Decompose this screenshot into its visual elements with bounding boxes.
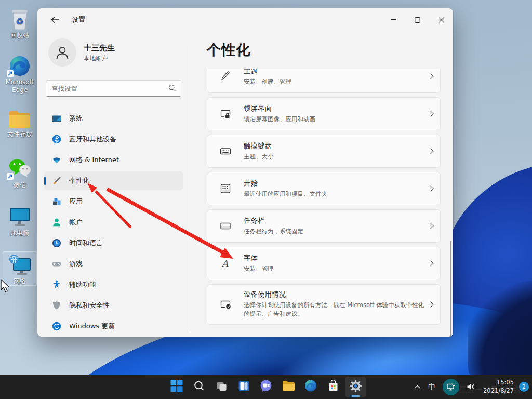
edge-button[interactable] <box>300 377 321 397</box>
sidebar-item-network[interactable]: 网络 & Internet <box>44 151 183 169</box>
taskbar: 中 15:05 2021/8/27 2 <box>0 375 532 399</box>
sidebar-item-label: 辅助功能 <box>69 280 96 289</box>
settings-window: 设置 <box>37 8 453 337</box>
card-title: 锁屏界面 <box>244 104 424 113</box>
touch-keyboard-icon <box>219 145 232 157</box>
sidebar-item-label: 时间和语言 <box>69 238 103 248</box>
settings-button[interactable] <box>345 377 366 397</box>
card-subtitle: 安装、管理 <box>244 264 424 273</box>
sidebar-item-accessibility[interactable]: 辅助功能 <box>44 275 183 294</box>
chevron-right-icon <box>428 260 433 266</box>
card-title: 字体 <box>244 254 424 263</box>
notification-badge[interactable]: 2 <box>519 382 529 392</box>
window-title: 设置 <box>72 15 85 24</box>
start-button[interactable] <box>166 377 187 397</box>
sidebar-item-gaming[interactable]: 游戏 <box>44 255 183 273</box>
recycle-bin-icon: ♻ <box>3 6 37 30</box>
card-subtitle: 最近使用的应用和项目、文件夹 <box>244 190 424 198</box>
bluetooth-icon <box>51 134 62 144</box>
avatar <box>48 38 76 66</box>
desktop-icon-network[interactable]: 网络 <box>3 251 37 286</box>
card-touch-keyboard[interactable]: 触摸键盘 主题、大小 <box>207 135 441 168</box>
sidebar-item-time-language[interactable]: 时间和语言 <box>44 234 183 252</box>
card-subtitle: 任务栏行为，系统固定 <box>244 227 424 236</box>
store-button[interactable] <box>323 377 343 397</box>
clock[interactable]: 15:05 2021/8/27 <box>479 379 518 395</box>
card-device-usage[interactable]: 设备使用情况 选择你计划使用设备的所有方法，以在 Microsoft 体验中获取… <box>207 284 441 325</box>
desktop-icon-wechat[interactable]: 微信 <box>3 156 37 189</box>
desktop-icon-edge[interactable]: Microsoft Edge <box>3 53 37 94</box>
tray-time: 15:05 <box>483 379 514 387</box>
search-icon <box>193 380 205 394</box>
tray-network-button[interactable] <box>439 377 463 397</box>
sidebar-item-bluetooth[interactable]: 蓝牙和其他设备 <box>44 130 183 149</box>
file-explorer-button[interactable] <box>278 377 299 397</box>
chevron-right-icon <box>428 301 433 307</box>
sidebar-item-label: 帐户 <box>69 218 83 227</box>
card-taskbar[interactable]: 任务栏 任务栏行为，系统固定 <box>207 209 441 243</box>
chat-icon <box>260 379 273 394</box>
card-lock-screen[interactable]: 锁屏界面 锁定屏幕图像、应用和动画 <box>207 97 441 130</box>
account-header[interactable]: 十三先生 本地帐户 <box>48 38 183 66</box>
close-button[interactable] <box>429 8 453 31</box>
card-themes[interactable]: 主题 安装、创建、管理 <box>207 69 441 93</box>
desktop-icon-label: 微信 <box>3 181 37 189</box>
store-icon <box>327 380 339 394</box>
desktop-icon-folder[interactable]: 文件存放 <box>3 105 37 138</box>
back-button[interactable] <box>47 12 63 27</box>
sidebar-item-label: 网络 & Internet <box>69 155 119 165</box>
scrollbar-thumb[interactable] <box>450 241 451 337</box>
volume-button[interactable] <box>463 377 479 397</box>
user-account-type: 本地帐户 <box>84 55 115 62</box>
account-person-icon <box>51 217 62 228</box>
sidebar-item-label: 隐私和安全性 <box>69 301 110 310</box>
shield-icon <box>51 300 62 311</box>
sidebar-item-privacy[interactable]: 隐私和安全性 <box>44 296 183 315</box>
card-subtitle: 锁定屏幕图像、应用和动画 <box>244 115 424 124</box>
network-icon <box>3 252 36 276</box>
start-menu-icon <box>219 182 232 195</box>
desktop-icon-label: Microsoft Edge <box>3 78 37 94</box>
titlebar[interactable]: 设置 <box>37 8 453 31</box>
sidebar-item-label: 系统 <box>69 114 83 123</box>
sidebar-item-apps[interactable]: 应用 <box>44 192 183 211</box>
widgets-button[interactable] <box>233 377 254 397</box>
desktop-icon-recycle-bin[interactable]: ♻ 回收站 <box>3 6 37 39</box>
sidebar-item-accounts[interactable]: 帐户 <box>44 213 183 232</box>
this-pc-icon <box>3 204 37 228</box>
search-input[interactable] <box>46 80 181 97</box>
task-view-button[interactable] <box>211 377 232 397</box>
sidebar-item-label: 应用 <box>69 197 83 206</box>
main-pane: 个性化 主题 安装、创建、管理 <box>190 31 453 337</box>
taskbar-search-button[interactable] <box>189 377 209 397</box>
card-subtitle: 安装、创建、管理 <box>244 77 424 86</box>
chevron-right-icon <box>428 73 433 79</box>
desktop-icon-label: 文件存放 <box>3 130 37 138</box>
sidebar-item-label: Windows 更新 <box>69 322 115 331</box>
ime-indicator[interactable]: 中 <box>424 377 439 397</box>
tray-chevron-up[interactable] <box>410 377 424 397</box>
search-icon <box>168 84 176 94</box>
card-fonts[interactable]: A 字体 安装、管理 <box>207 247 441 280</box>
desktop: ♻ 回收站 Microsoft Edge <box>0 0 532 399</box>
card-title: 主题 <box>244 69 424 76</box>
chat-button[interactable] <box>256 377 276 397</box>
search-box <box>46 80 181 97</box>
sidebar-item-personalization[interactable]: 个性化 <box>44 171 183 190</box>
settings-gear-icon <box>349 379 362 395</box>
maximize-button[interactable] <box>405 8 429 31</box>
task-view-icon <box>215 380 228 394</box>
card-start[interactable]: 开始 最近使用的应用和项目、文件夹 <box>207 172 441 205</box>
card-title: 开始 <box>244 179 424 188</box>
desktop-icon-label: 此电脑 <box>3 229 37 237</box>
settings-list: 主题 安装、创建、管理 锁屏界面 锁定屏幕图像、应用和动画 <box>207 69 442 336</box>
sidebar-item-windows-update[interactable]: Windows 更新 <box>44 317 183 336</box>
minimize-button[interactable] <box>381 8 405 31</box>
widgets-icon <box>237 380 250 394</box>
personalization-brush-icon <box>51 176 62 186</box>
user-name: 十三先生 <box>84 43 115 53</box>
sidebar-item-system[interactable]: 系统 <box>44 109 183 128</box>
desktop-icon-this-pc[interactable]: 此电脑 <box>3 204 37 237</box>
start-icon <box>170 379 183 394</box>
lock-screen-icon <box>219 108 232 120</box>
